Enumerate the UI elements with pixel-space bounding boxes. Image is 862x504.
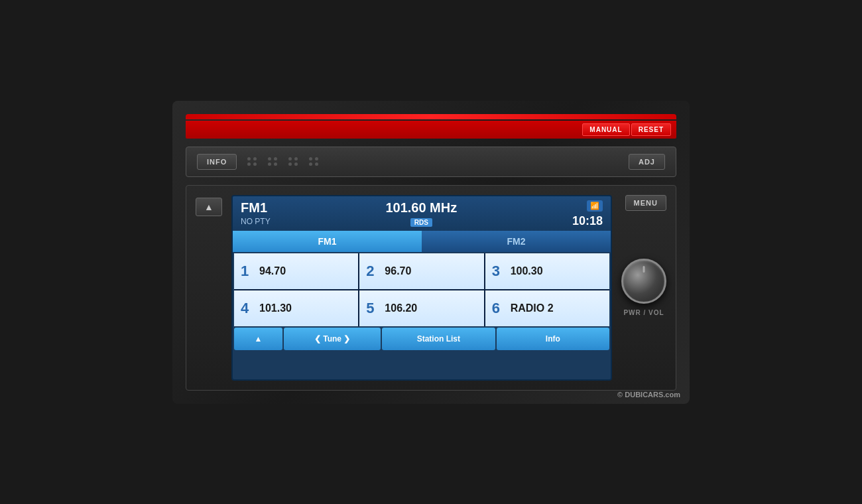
band-tabs: FM1 FM2	[233, 231, 611, 252]
preset-freq-4: 101.30	[259, 302, 292, 314]
preset-3[interactable]: 3 100.30	[485, 253, 609, 289]
preset-1[interactable]: 1 94.70	[234, 253, 358, 289]
reset-button[interactable]: RESET	[631, 123, 671, 136]
dot	[309, 157, 312, 160]
rds-badge: RDS	[410, 218, 432, 227]
dot	[288, 162, 292, 166]
bottom-controls: ▲ ❮ Tune ❯ Station List Info	[234, 328, 609, 350]
watermark: © DUBICARS.com	[617, 391, 680, 399]
header-left: FM1 NO PTY	[241, 200, 271, 226]
dot-grid-2	[268, 157, 278, 166]
screen-info-button[interactable]: Info	[497, 328, 609, 350]
dot	[253, 162, 257, 166]
preset-freq-2: 96.70	[385, 265, 411, 277]
scroll-up-button[interactable]: ▲	[234, 328, 282, 350]
dot-grid-3	[288, 157, 298, 166]
frequency-display: 101.60 MHz	[385, 200, 457, 216]
pwr-vol-label: PWR / VOL	[623, 309, 664, 316]
radio-screen: FM1 NO PTY 101.60 MHz RDS 📶 10:18 FM1 FM…	[231, 195, 612, 381]
preset-freq-3: 100.30	[511, 265, 543, 277]
bluetooth-icon: 📶	[587, 200, 603, 212]
top-red-bar	[186, 114, 676, 119]
dot	[294, 162, 298, 166]
dot	[274, 157, 277, 160]
car-radio-unit: MANUAL RESET INFO	[172, 101, 690, 404]
top-panel-right: ADJ	[629, 154, 665, 170]
adj-button[interactable]: ADJ	[629, 154, 665, 170]
pty-label: NO PTY	[241, 217, 271, 226]
tune-button[interactable]: ❮ Tune ❯	[284, 328, 381, 350]
preset-2[interactable]: 2 96.70	[359, 253, 483, 289]
preset-number-4: 4	[241, 300, 254, 317]
preset-grid: 1 94.70 2 96.70 3 100.30 4 101.30 5 10	[234, 253, 609, 326]
top-panel-left: INFO	[197, 154, 319, 170]
dot	[309, 162, 312, 166]
preset-number-1: 1	[241, 263, 254, 280]
eject-button[interactable]: ▲	[196, 198, 222, 216]
dot	[253, 157, 257, 160]
preset-number-2: 2	[366, 263, 379, 280]
dot-grid-1	[247, 157, 257, 166]
fm2-tab[interactable]: FM2	[422, 231, 611, 252]
dot	[315, 157, 318, 160]
preset-number-5: 5	[366, 300, 379, 317]
preset-5[interactable]: 5 106.20	[359, 290, 483, 326]
band-label: FM1	[241, 200, 271, 216]
screen-header: FM1 NO PTY 101.60 MHz RDS 📶 10:18	[233, 196, 611, 231]
preset-4[interactable]: 4 101.30	[234, 290, 358, 326]
manual-button[interactable]: MANUAL	[582, 123, 629, 136]
preset-number-6: 6	[492, 300, 505, 317]
dot	[315, 162, 318, 166]
knob-section: PWR / VOL	[621, 259, 666, 316]
fm1-tab[interactable]: FM1	[233, 231, 422, 252]
volume-knob[interactable]	[621, 259, 666, 304]
manual-reset-bar: MANUAL RESET	[186, 121, 676, 139]
dot	[268, 157, 271, 160]
dot	[247, 162, 251, 166]
preset-freq-5: 106.20	[385, 302, 417, 314]
dot	[268, 162, 271, 166]
middle-section: ▲ FM1 NO PTY 101.60 MHz RDS 📶 10:18	[186, 185, 676, 391]
menu-button[interactable]: MENU	[625, 195, 666, 211]
dot	[274, 162, 277, 166]
info-button[interactable]: INFO	[197, 154, 237, 170]
dot	[247, 157, 251, 160]
dot	[294, 157, 298, 160]
station-list-button[interactable]: Station List	[382, 328, 495, 350]
time-display: 10:18	[572, 214, 603, 228]
header-right: 📶 10:18	[572, 200, 603, 228]
header-center: 101.60 MHz RDS	[385, 200, 457, 227]
preset-freq-1: 94.70	[259, 265, 286, 277]
preset-6[interactable]: 6 RADIO 2	[485, 290, 609, 326]
preset-freq-6: RADIO 2	[511, 302, 554, 314]
preset-number-3: 3	[492, 263, 505, 280]
dot	[288, 157, 292, 160]
dot-grid-4	[309, 157, 319, 166]
top-panel: INFO	[186, 147, 676, 177]
